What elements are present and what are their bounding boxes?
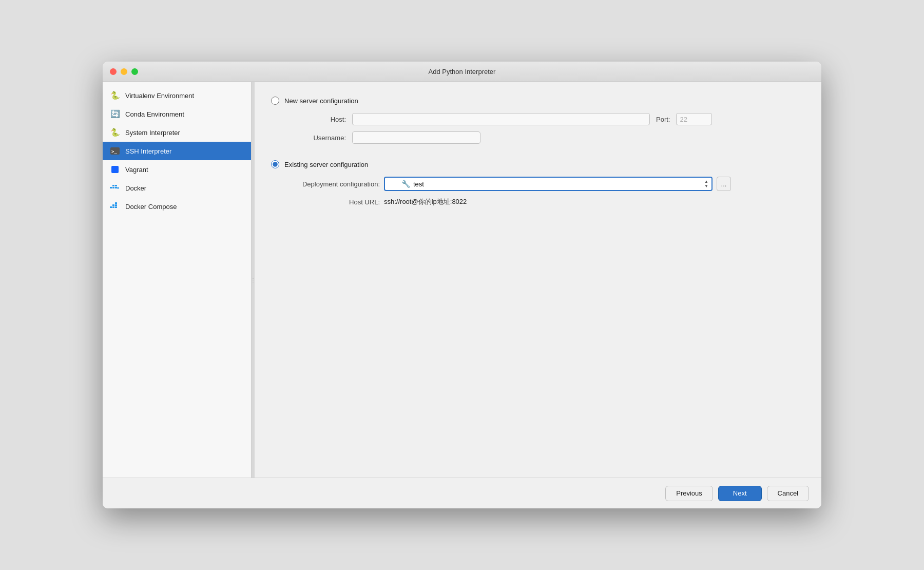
- svg-point-8: [117, 187, 119, 189]
- username-row: Username:: [284, 131, 805, 144]
- sidebar-item-label: System Interpreter: [125, 129, 180, 137]
- system-icon: 🐍: [110, 127, 120, 138]
- bottom-bar: Previous Next Cancel: [103, 478, 821, 508]
- sidebar-item-conda[interactable]: 🔄 Conda Environment: [103, 105, 251, 123]
- port-input[interactable]: [676, 113, 712, 125]
- host-url-label: Host URL:: [284, 198, 380, 206]
- sidebar: 🐍 Virtualenv Environment 🔄 Conda Environ…: [103, 82, 252, 478]
- sidebar-item-system[interactable]: 🐍 System Interpreter: [103, 123, 251, 142]
- sidebar-item-docker[interactable]: Docker: [103, 179, 251, 197]
- add-python-interpreter-dialog: Add Python Interpreter 🐍 Virtualenv Envi…: [103, 62, 821, 508]
- sidebar-item-docker-compose[interactable]: Docker Compose: [103, 197, 251, 216]
- deployment-select[interactable]: 🔧 test ▲ ▼: [384, 177, 713, 191]
- svg-rect-12: [112, 204, 114, 206]
- svg-rect-13: [115, 204, 117, 206]
- svg-rect-7: [115, 185, 117, 186]
- existing-server-label: Existing server configuration: [284, 161, 368, 168]
- host-row: Host: Port:: [284, 113, 805, 125]
- ssh-icon: >_: [110, 146, 120, 156]
- next-button[interactable]: Next: [718, 486, 762, 501]
- username-input[interactable]: [352, 131, 480, 144]
- svg-rect-11: [115, 206, 117, 208]
- svg-text:>_: >_: [111, 149, 117, 154]
- host-url-row: Host URL: ssh://root@你的ip地址:8022: [284, 197, 805, 206]
- dialog-body: 🐍 Virtualenv Environment 🔄 Conda Environ…: [103, 82, 821, 478]
- port-label: Port:: [656, 116, 670, 123]
- new-server-radio[interactable]: [271, 97, 279, 105]
- sidebar-item-label: Docker Compose: [125, 203, 177, 211]
- sidebar-item-virtualenv[interactable]: 🐍 Virtualenv Environment: [103, 86, 251, 105]
- conda-icon: 🔄: [110, 109, 120, 119]
- svg-rect-10: [112, 206, 114, 208]
- vagrant-icon: [110, 164, 120, 175]
- docker-compose-icon: [110, 201, 120, 212]
- chevron-up-icon: ▲: [704, 180, 708, 184]
- dialog-title: Add Python Interpreter: [429, 68, 496, 75]
- svg-rect-2: [111, 166, 119, 173]
- existing-server-config-option[interactable]: Existing server configuration: [271, 160, 805, 168]
- new-server-config-option[interactable]: New server configuration: [271, 97, 805, 105]
- existing-server-radio[interactable]: [271, 160, 279, 168]
- maximize-button[interactable]: [131, 68, 138, 75]
- sidebar-item-vagrant[interactable]: Vagrant: [103, 160, 251, 179]
- sidebar-item-ssh[interactable]: >_ SSH Interpreter: [103, 142, 251, 160]
- svg-rect-3: [110, 187, 112, 188]
- sidebar-item-label: Virtualenv Environment: [125, 92, 194, 100]
- svg-rect-4: [112, 187, 114, 188]
- deployment-icon: 🔧: [401, 180, 410, 188]
- host-section: Host: Port: Username:: [284, 113, 805, 150]
- host-url-value: ssh://root@你的ip地址:8022: [384, 197, 467, 206]
- deployment-row: Deployment configuration: 🔧 test ▲ ▼ ...: [284, 177, 805, 191]
- minimize-button[interactable]: [121, 68, 127, 75]
- sidebar-item-label: SSH Interpreter: [125, 147, 171, 155]
- close-button[interactable]: [110, 68, 117, 75]
- host-label: Host:: [284, 116, 346, 123]
- select-chevron: ▲ ▼: [704, 180, 708, 188]
- sidebar-item-label: Conda Environment: [125, 110, 184, 118]
- virtualenv-icon: 🐍: [110, 90, 120, 101]
- sidebar-item-label: Docker: [125, 184, 146, 192]
- svg-rect-5: [115, 187, 117, 188]
- host-input[interactable]: [352, 113, 650, 125]
- deployment-value: test: [413, 180, 424, 188]
- previous-button[interactable]: Previous: [665, 486, 713, 501]
- sidebar-item-label: Vagrant: [125, 166, 148, 174]
- svg-rect-6: [112, 185, 114, 186]
- title-bar: Add Python Interpreter: [103, 62, 821, 82]
- svg-rect-14: [115, 202, 117, 204]
- docker-icon: [110, 183, 120, 193]
- browse-button[interactable]: ...: [717, 177, 731, 191]
- main-panel: New server configuration Host: Port: Use…: [255, 82, 821, 478]
- svg-rect-9: [110, 206, 112, 208]
- new-server-label: New server configuration: [284, 97, 358, 105]
- window-controls: [110, 68, 138, 75]
- deployment-config-label: Deployment configuration:: [284, 180, 380, 188]
- chevron-down-icon: ▼: [704, 184, 708, 188]
- username-label: Username:: [284, 134, 346, 142]
- cancel-button[interactable]: Cancel: [767, 486, 809, 501]
